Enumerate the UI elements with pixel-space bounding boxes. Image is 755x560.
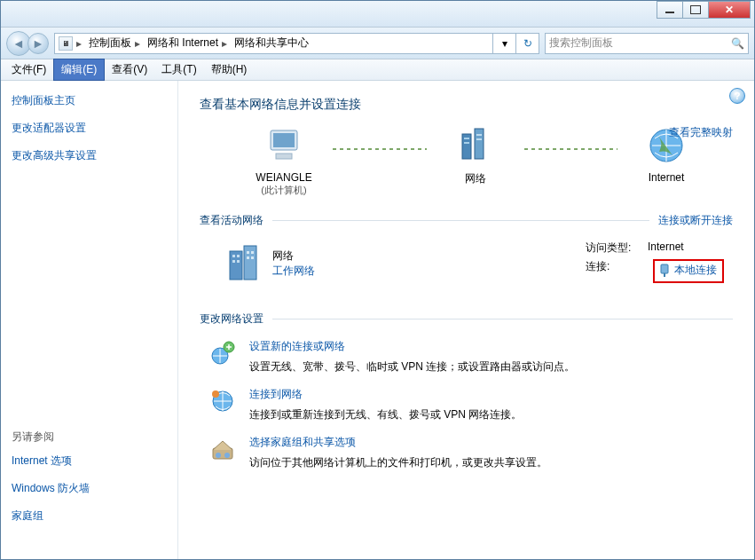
breadcrumb[interactable]: 🖥 ▸ 控制面板 ▸ 网络和 Internet ▸ 网络和共享中心 xyxy=(54,33,493,54)
sidebar-advanced-sharing[interactable]: 更改高级共享设置 xyxy=(12,148,167,163)
task-connect-desc: 连接到或重新连接到无线、有线、拨号或 VPN 网络连接。 xyxy=(249,407,522,422)
svg-rect-20 xyxy=(661,264,668,273)
sidebar: 控制面板主页 更改适配器设置 更改高级共享设置 另请参阅 Internet 选项… xyxy=(1,81,178,559)
crumb-control-panel[interactable]: 控制面板 xyxy=(89,35,131,51)
network-icon xyxy=(457,125,494,166)
access-type-label: 访问类型: xyxy=(586,241,648,256)
window: ◄ ► 🖥 ▸ 控制面板 ▸ 网络和 Internet ▸ 网络和共享中心 ▾ … xyxy=(0,0,755,560)
map-node-internet-label: Internet xyxy=(649,171,685,184)
active-network-row: 网络 工作网络 访问类型: Internet 连接: xyxy=(200,241,733,287)
breadcrumb-dropdown[interactable]: ▾ xyxy=(493,33,516,54)
body: 控制面板主页 更改适配器设置 更改高级共享设置 另请参阅 Internet 选项… xyxy=(1,81,754,559)
svg-rect-18 xyxy=(247,256,249,259)
local-connection-link[interactable]: 本地连接 xyxy=(674,263,717,278)
svg-rect-10 xyxy=(230,251,242,280)
section-active-networks: 查看活动网络 连接或断开连接 xyxy=(200,213,733,228)
task-homegroup-desc: 访问位于其他网络计算机上的文件和打印机，或更改共享设置。 xyxy=(249,455,547,470)
svg-rect-13 xyxy=(237,255,240,257)
sidebar-homegroup[interactable]: 家庭组 xyxy=(12,509,167,524)
menu-help[interactable]: 帮助(H) xyxy=(204,59,255,80)
view-full-map-link[interactable]: 查看完整映射 xyxy=(669,125,733,140)
map-connection-line xyxy=(524,148,618,150)
task-setup-title[interactable]: 设置新的连接或网络 xyxy=(249,339,575,354)
svg-rect-11 xyxy=(244,246,256,280)
svg-rect-6 xyxy=(464,142,469,144)
menu-file[interactable]: 文件(F) xyxy=(4,59,53,80)
address-bar: ◄ ► 🖥 ▸ 控制面板 ▸ 网络和 Internet ▸ 网络和共享中心 ▾ … xyxy=(1,28,754,59)
task-setup-desc: 设置无线、宽带、拨号、临时或 VPN 连接；或设置路由器或访问点。 xyxy=(249,359,575,375)
svg-rect-8 xyxy=(476,138,482,140)
section-change-settings: 更改网络设置 xyxy=(200,312,733,327)
task-homegroup-title[interactable]: 选择家庭组和共享选项 xyxy=(249,435,547,450)
pc-icon: 🖥 xyxy=(59,36,73,51)
forward-button[interactable]: ► xyxy=(28,33,49,54)
ethernet-icon xyxy=(658,264,671,278)
minimize-button[interactable] xyxy=(657,1,683,19)
sidebar-internet-options[interactable]: Internet 选项 xyxy=(12,454,167,469)
connection-label: 连接: xyxy=(586,259,648,283)
section-divider xyxy=(272,319,733,319)
svg-rect-15 xyxy=(237,260,240,263)
sidebar-firewall[interactable]: Windows 防火墙 xyxy=(12,481,167,496)
map-node-computer: WEIANGLE (此计算机) xyxy=(235,125,333,197)
svg-rect-1 xyxy=(273,133,295,147)
crumb-sharing-center[interactable]: 网络和共享中心 xyxy=(234,35,309,51)
svg-rect-17 xyxy=(251,251,254,254)
menu-tools[interactable]: 工具(T) xyxy=(154,59,203,80)
menu-edit[interactable]: 编辑(E) xyxy=(53,59,105,81)
task-setup-connection: 设置新的连接或网络 设置无线、宽带、拨号、临时或 VPN 连接；或设置路由器或访… xyxy=(200,339,733,375)
menubar: 文件(F) 编辑(E) 查看(V) 工具(T) 帮助(H) xyxy=(1,59,754,81)
close-button[interactable] xyxy=(708,1,751,19)
svg-rect-2 xyxy=(276,154,292,159)
setup-connection-icon xyxy=(208,339,237,367)
svg-rect-21 xyxy=(664,273,665,277)
building-icon xyxy=(226,244,262,283)
maximize-button[interactable] xyxy=(682,1,709,19)
access-type-value: Internet xyxy=(648,241,684,256)
task-connect-network: 连接到网络 连接到或重新连接到无线、有线、拨号或 VPN 网络连接。 xyxy=(200,387,733,422)
search-input[interactable]: 搜索控制面板 🔍 xyxy=(545,33,749,54)
active-network-name: 网络 xyxy=(272,248,315,264)
task-homegroup: 选择家庭组和共享选项 访问位于其他网络计算机上的文件和打印机，或更改共享设置。 xyxy=(200,435,733,470)
menu-view[interactable]: 查看(V) xyxy=(105,59,154,80)
svg-rect-5 xyxy=(464,138,469,139)
map-connection-line xyxy=(333,148,427,150)
section-active-title: 查看活动网络 xyxy=(200,213,263,228)
svg-rect-4 xyxy=(475,129,484,159)
local-connection-highlight: 本地连接 xyxy=(653,259,724,283)
search-placeholder: 搜索控制面板 xyxy=(549,35,613,51)
nav-buttons: ◄ ► xyxy=(6,31,49,56)
connect-disconnect-link[interactable]: 连接或断开连接 xyxy=(658,213,733,228)
active-network-type-link[interactable]: 工作网络 xyxy=(272,264,315,279)
map-node-network-label: 网络 xyxy=(465,171,486,186)
svg-rect-7 xyxy=(476,134,482,136)
sidebar-adapter-settings[interactable]: 更改适配器设置 xyxy=(12,121,167,136)
computer-icon xyxy=(263,125,304,166)
task-connect-title[interactable]: 连接到网络 xyxy=(249,387,522,402)
network-map: WEIANGLE (此计算机) 网络 xyxy=(200,125,733,197)
map-node-computer-label: WEIANGLE xyxy=(256,171,311,184)
chevron-right-icon: ▸ xyxy=(76,37,82,50)
svg-rect-19 xyxy=(251,256,254,259)
svg-rect-16 xyxy=(247,251,249,254)
search-icon: 🔍 xyxy=(731,37,744,50)
map-node-computer-sub: (此计算机) xyxy=(261,184,306,197)
svg-point-27 xyxy=(216,453,221,458)
titlebar xyxy=(1,1,754,28)
sidebar-home[interactable]: 控制面板主页 xyxy=(12,93,167,108)
svg-point-28 xyxy=(224,453,230,458)
content: ? 查看基本网络信息并设置连接 查看完整映射 WEIANGLE (此计算机) xyxy=(178,81,754,559)
active-network-right: 访问类型: Internet 连接: 本地连接 xyxy=(586,241,724,287)
page-title: 查看基本网络信息并设置连接 xyxy=(200,97,733,113)
help-button[interactable]: ? xyxy=(729,88,745,104)
svg-rect-12 xyxy=(232,255,235,257)
connect-network-icon xyxy=(208,387,237,415)
crumb-network-internet[interactable]: 网络和 Internet xyxy=(147,35,218,51)
map-node-network: 网络 xyxy=(427,125,524,186)
window-controls xyxy=(657,1,751,19)
active-network-left: 网络 工作网络 xyxy=(226,241,315,287)
section-divider xyxy=(272,220,649,221)
chevron-right-icon: ▸ xyxy=(222,37,227,50)
chevron-right-icon: ▸ xyxy=(135,37,140,50)
refresh-button[interactable]: ↻ xyxy=(516,33,539,54)
